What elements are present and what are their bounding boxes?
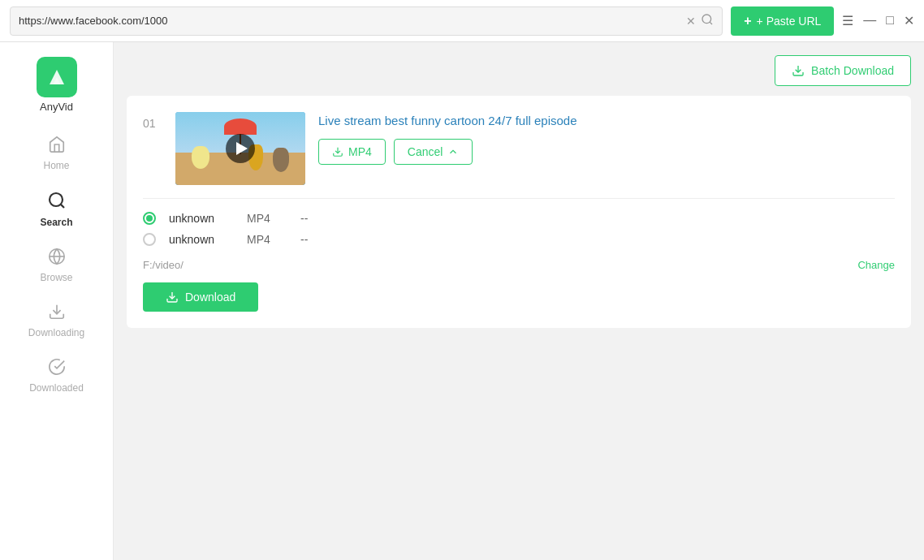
sidebar-item-home[interactable]: Home [0, 126, 113, 181]
maximize-button[interactable]: □ [886, 13, 894, 28]
quality-format-2: MP4 [247, 233, 287, 246]
search-nav-icon [47, 191, 67, 213]
video-title: Live stream best funny cartoon 24/7 full… [318, 112, 895, 129]
browse-icon [48, 248, 66, 269]
svg-point-0 [702, 15, 711, 24]
batch-download-button[interactable]: Batch Download [775, 55, 911, 86]
thumbnail-overlay [175, 112, 305, 185]
mp4-button[interactable]: MP4 [318, 139, 386, 165]
search-icon [701, 13, 714, 29]
close-button[interactable]: ✕ [904, 13, 914, 28]
sidebar-item-search-label: Search [40, 217, 72, 228]
sidebar-item-browse[interactable]: Browse [0, 238, 113, 293]
quality-size-2: -- [300, 233, 308, 246]
plus-icon: + [744, 14, 751, 28]
quality-name-1: unknown [169, 212, 234, 225]
app-name: AnyVid [40, 101, 73, 113]
video-number: 01 [143, 117, 162, 130]
video-card: 01 [127, 96, 911, 328]
download-path-text: F:/video/ [143, 259, 184, 271]
quality-size-1: -- [300, 212, 308, 225]
content-area: Batch Download 01 [114, 42, 924, 560]
top-bar: Batch Download [127, 55, 911, 86]
sidebar-item-downloading-label: Downloading [28, 327, 84, 338]
clear-url-button[interactable]: ✕ [686, 15, 696, 28]
download-button[interactable]: Download [143, 282, 258, 312]
download-button-label: Download [185, 291, 235, 304]
main-layout: AnyVid Home Search [0, 42, 924, 560]
url-bar[interactable]: https://www.facebook.com/1000 ✕ [10, 6, 723, 36]
change-path-button[interactable]: Change [857, 259, 895, 271]
video-thumbnail[interactable] [175, 112, 305, 185]
divider [143, 198, 895, 199]
quality-row-1: unknown MP4 -- [143, 212, 895, 225]
cancel-button[interactable]: Cancel [394, 139, 473, 165]
batch-download-label: Batch Download [811, 64, 894, 77]
play-triangle-icon [236, 142, 248, 155]
quality-format-1: MP4 [247, 212, 287, 225]
video-actions: MP4 Cancel [318, 139, 895, 165]
quality-row-2: unknown MP4 -- [143, 233, 895, 246]
video-info: Live stream best funny cartoon 24/7 full… [318, 112, 895, 165]
quality-radio-1[interactable] [143, 212, 156, 225]
app-logo [37, 57, 77, 97]
downloading-icon [48, 303, 66, 324]
downloaded-icon [48, 358, 66, 379]
menu-button[interactable]: ☰ [842, 13, 853, 28]
cancel-label: Cancel [408, 145, 443, 158]
svg-point-2 [50, 193, 63, 206]
home-icon [48, 136, 66, 157]
sidebar-item-search[interactable]: Search [0, 181, 113, 238]
window-controls: ☰ — □ ✕ [842, 13, 914, 28]
svg-line-3 [60, 205, 63, 208]
quality-name-2: unknown [169, 233, 234, 246]
quality-radio-2[interactable] [143, 233, 156, 246]
download-path-row: F:/video/ Change [143, 259, 895, 271]
paste-url-label: + Paste URL [757, 15, 822, 28]
paste-url-button[interactable]: + + Paste URL [731, 6, 834, 36]
sidebar-item-downloaded[interactable]: Downloaded [0, 348, 113, 403]
minimize-button[interactable]: — [863, 13, 876, 28]
mp4-label: MP4 [348, 145, 372, 158]
svg-line-1 [710, 22, 712, 24]
sidebar-item-browse-label: Browse [40, 272, 72, 283]
sidebar-item-downloading[interactable]: Downloading [0, 293, 113, 348]
sidebar-item-home-label: Home [43, 160, 69, 171]
play-button[interactable] [226, 134, 255, 163]
quality-options: unknown MP4 -- unknown MP4 -- [143, 212, 895, 246]
logo-area: AnyVid [37, 50, 77, 126]
video-header: 01 [143, 112, 895, 185]
sidebar: AnyVid Home Search [0, 42, 114, 560]
url-text: https://www.facebook.com/1000 [19, 15, 681, 27]
sidebar-item-downloaded-label: Downloaded [29, 382, 84, 394]
title-bar: https://www.facebook.com/1000 ✕ + + Past… [0, 0, 924, 42]
